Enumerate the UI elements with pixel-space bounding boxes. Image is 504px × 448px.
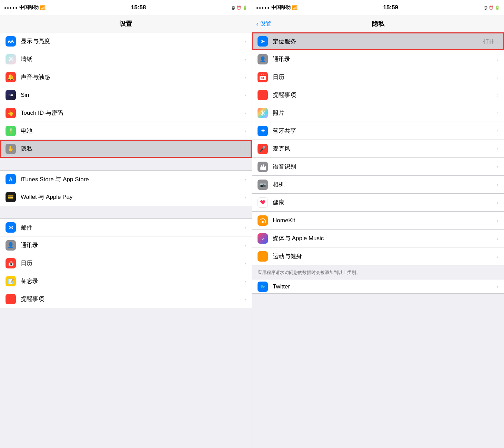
touchid-icon: 👆 [6, 108, 16, 118]
wallpaper-label: 墙纸 [21, 55, 244, 63]
right-alarm-icon: ⏰ [489, 6, 494, 10]
calendar-label: 日历 [273, 73, 497, 81]
svg-point-0 [262, 112, 264, 114]
homekit-chevron: › [497, 218, 498, 223]
settings-item-wallpaper[interactable]: ❋ 墙纸 › [0, 50, 252, 68]
privacy-item-fitness[interactable]: 运动与健身 › [252, 247, 504, 265]
contacts-chevron: › [497, 57, 498, 62]
settings-item-display[interactable]: AA 显示与亮度 › [0, 32, 252, 50]
settings-item-battery[interactable]: 🔋 电池 › [0, 122, 252, 140]
microphone-chevron: › [497, 146, 498, 152]
privacy-item-twitter[interactable]: 🐦 Twitter › [252, 280, 504, 294]
music-chevron: › [497, 236, 498, 241]
right-carrier-name: 中国移动 [271, 4, 291, 11]
speech-label: 语音识别 [273, 163, 497, 171]
battery-icon: 🔋 [243, 6, 248, 10]
privacy-icon: ✋ [6, 144, 16, 154]
mail-icon: ✉ [6, 222, 16, 233]
left-panel: ●●●●● 中国移动 📶 15:58 @ ⏰ 🔋 设置 AA 显示与亮度 › ❋… [0, 0, 252, 448]
display-icon: AA [6, 36, 16, 47]
settings-item-sound[interactable]: 🔔 声音与触感 › [0, 68, 252, 86]
svg-rect-11 [262, 221, 264, 223]
microphone-icon: 🎤 [258, 144, 268, 154]
twitter-chevron: › [497, 284, 498, 289]
left-settings-list: AA 显示与亮度 › ❋ 墙纸 › 🔔 声音与触感 › Siri Siri › … [0, 32, 252, 448]
svg-line-7 [264, 111, 264, 112]
wifi-icon: 📶 [40, 5, 46, 10]
settings-item-contacts-left[interactable]: 👤 通讯录 › [0, 236, 252, 254]
back-button[interactable]: ‹ 设置 [256, 20, 272, 28]
signal-dots: ●●●●● [4, 6, 18, 10]
reminders-chevron: › [497, 92, 498, 98]
reminders-label: 提醒事项 [273, 91, 497, 99]
reminders-icon [258, 90, 268, 100]
display-chevron: › [244, 39, 246, 44]
health-label: 健康 [273, 198, 497, 206]
privacy-footer-note: 应用程序请求访问您的数据时会被添加到以上类别。 [252, 265, 504, 280]
contacts-left-chevron: › [244, 243, 246, 248]
privacy-item-contacts[interactable]: 👤 通讯录 › [252, 50, 504, 68]
mail-chevron: › [244, 225, 246, 230]
right-location-icon: @ [484, 6, 487, 10]
itunes-chevron: › [244, 176, 246, 182]
privacy-item-reminders[interactable]: 提醒事项 › [252, 86, 504, 104]
carrier-name: 中国移动 [19, 4, 39, 11]
calendar-chevron: › [497, 74, 498, 80]
left-gap-2 [0, 206, 252, 218]
privacy-item-music[interactable]: ♪ 媒体与 Apple Music › [252, 230, 504, 247]
wallpaper-icon: ❋ [6, 54, 16, 64]
twitter-icon: 🐦 [258, 282, 268, 292]
right-wifi-icon: 📶 [292, 5, 298, 10]
touchid-label: Touch ID 与密码 [21, 109, 244, 117]
settings-item-itunes[interactable]: A iTunes Store 与 App Store › [0, 170, 252, 188]
siri-chevron: › [244, 92, 246, 98]
touchid-chevron: › [244, 110, 246, 116]
right-section-1: ➤ 定位服务 打开 › 👤 通讯录 › [252, 32, 504, 265]
camera-chevron: › [497, 182, 498, 187]
photos-label: 照片 [273, 109, 497, 117]
sound-icon: 🔔 [6, 72, 16, 82]
privacy-item-bluetooth[interactable]: ✦ 蓝牙共享 › [252, 122, 504, 140]
left-carrier: ●●●●● 中国移动 📶 [4, 4, 46, 11]
camera-icon: 📷 [258, 180, 268, 190]
privacy-item-camera[interactable]: 📷 相机 › [252, 176, 504, 194]
right-section-2: 🐦 Twitter › [252, 280, 504, 294]
location-label: 定位服务 [273, 38, 483, 45]
settings-item-siri[interactable]: Siri Siri › [0, 86, 252, 104]
privacy-item-microphone[interactable]: 🎤 麦克风 › [252, 140, 504, 158]
music-label: 媒体与 Apple Music [273, 234, 497, 242]
settings-item-reminders-left[interactable]: 提醒事项 › [0, 290, 252, 308]
settings-item-mail[interactable]: ✉ 邮件 › [0, 218, 252, 236]
privacy-item-homekit[interactable]: HomeKit › [252, 212, 504, 230]
left-nav-title: 设置 [120, 20, 132, 28]
sound-label: 声音与触感 [21, 73, 244, 81]
battery-item-icon: 🔋 [6, 126, 16, 136]
privacy-item-health[interactable]: 健康 › [252, 194, 504, 212]
calendar-left-chevron: › [244, 261, 246, 266]
left-section-2: A iTunes Store 与 App Store › 💳 Wallet 与 … [0, 170, 252, 206]
wallet-icon: 💳 [6, 192, 16, 202]
location-status-icon: @ [231, 6, 235, 10]
left-right-icons: @ ⏰ 🔋 [231, 6, 248, 10]
privacy-item-photos[interactable]: 照片 › [252, 104, 504, 122]
contacts-icon: 👤 [258, 54, 268, 64]
location-icon: ➤ [258, 36, 268, 47]
contacts-label: 通讯录 [273, 55, 497, 63]
right-signal-dots: ●●●●● [256, 6, 270, 10]
privacy-item-calendar[interactable]: 31 日历 › [252, 68, 504, 86]
siri-icon: Siri [6, 90, 16, 100]
settings-item-touchid[interactable]: 👆 Touch ID 与密码 › [0, 104, 252, 122]
settings-item-privacy[interactable]: ✋ 隐私 › [0, 140, 252, 158]
right-nav-title: 隐私 [372, 20, 384, 28]
location-chevron: › [497, 39, 498, 44]
right-battery-icon: 🔋 [495, 6, 500, 10]
settings-item-calendar-left[interactable]: 📅 日历 › [0, 254, 252, 272]
notes-label: 备忘录 [21, 277, 244, 285]
privacy-item-speech[interactable]: 语音识别 › [252, 158, 504, 176]
left-status-bar: ●●●●● 中国移动 📶 15:58 @ ⏰ 🔋 [0, 0, 252, 15]
music-icon: ♪ [258, 233, 268, 244]
privacy-item-location[interactable]: ➤ 定位服务 打开 › [252, 32, 504, 50]
settings-item-wallet[interactable]: 💳 Wallet 与 Apple Pay › [0, 188, 252, 206]
settings-item-notes[interactable]: 📝 备忘录 › [0, 272, 252, 290]
bluetooth-icon: ✦ [258, 126, 268, 136]
